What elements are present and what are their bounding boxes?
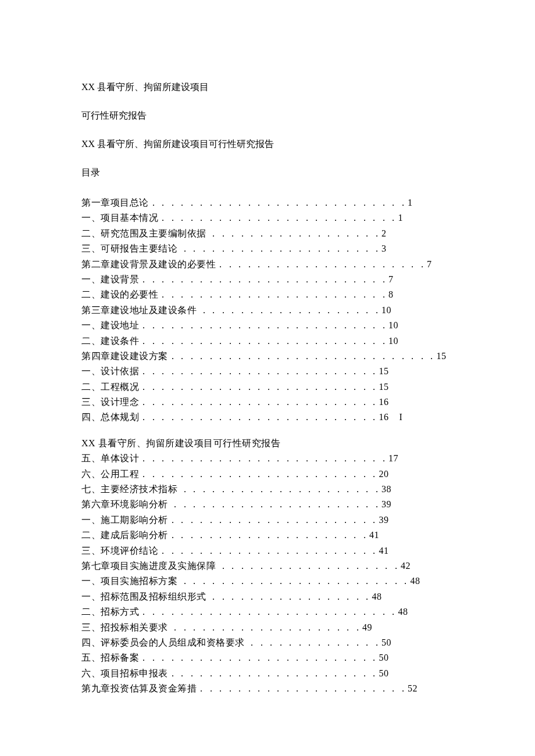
toc-entry-text: 五、招标备案 [81,653,139,662]
toc-dots: ．．．．．．．．．．．．．．．．．．． [219,561,401,571]
toc-entry-text: 六、项目招标申报表 [81,668,168,678]
toc-dots: ．．．．．．．．．．．．．．．．．．．．．．．．． [139,469,379,479]
toc-page-number: 7 [388,274,394,284]
toc-dots: ．．．．．．．．．．．．．．．．．．．．．． [168,668,379,678]
toc-dots: ．．．．．．．．．．．．．．．．．．．．．．．．．． [139,336,388,346]
toc-dots: ．．．．．．．．．．．．．．．．．．．．．．．．．．． [149,198,408,207]
toc-page-number: 10 [388,320,398,330]
toc-entry: 一、招标范围及招标组织形式 ．．．．．．．．．．．．．．．．．48 [81,589,454,604]
toc-entry-text: 第九章投资估算及资金筹措 [81,683,197,693]
toc-entry: 第九章投资估算及资金筹措．．．．．．．．．．．．．．．．．．．．．．52 [81,681,454,696]
toc-page-number: 41 [369,530,379,540]
toc-dots: ．．．．．．．．．．．．．．．．．．．．．． [216,259,427,269]
toc-entry: 第四章建设建设方案．．．．．．．．．．．．．．．．．．．．．．．．．．．．15 [81,349,454,364]
toc-entry-text: 二、建成后影响分析 [81,530,168,540]
toc-entry-text: 一、施工期影响分析 [81,515,168,525]
toc-dots: ．．．．．．．．．．．．．． [247,637,381,647]
report-type: 可行性研究报告 [81,110,454,122]
spacer [81,425,454,436]
toc-page-number: 50 [379,653,389,662]
toc-entry: 一、项目基本情况．．．．．．．．．．．．．．．．．．．．．．．．．1 [81,210,454,225]
toc-dots: ．．．．．．．．．．．．．．．．．．．．．．．． [180,576,411,586]
toc-dots: ．．．．．．．．．．．．．．．．．．． [199,305,382,315]
toc-dots: ．．．．．．．．．．．．．．．．．．．．．．．．．． [139,274,388,284]
toc-entry-text: 第六章环境影响分析 [81,499,170,509]
toc-entry: 四、评标委员会的人员组成和资格要求 ．．．．．．．．．．．．．．50 [81,635,454,650]
toc-entry: 六、公用工程．．．．．．．．．．．．．．．．．．．．．．．．．20 [81,467,454,482]
toc-page-number: 38 [381,484,391,494]
toc-entry: 第七章项目实施进度及实施保障 ．．．．．．．．．．．．．．．．．．．42 [81,558,454,574]
toc-dots: ．．．．．．．．．．．．．．．．．．．．．．．．． [139,653,379,662]
toc-page-number: 1 [398,213,404,223]
toc-dots: ．．．．．．．．．．．．．．．．．．．．．．．．． [139,366,379,376]
toc-dots: ．．．．．．．．．．．．．．．．．．．．．． [197,683,408,693]
toc-entry-text: 四、评标委员会的人员组成和资格要求 [81,637,247,647]
toc-entry-text: 一、建设地址 [81,320,139,330]
toc-entry: 三、招投标相关要求 ．．．．．．．．．．．．．．．．．．．．49 [81,620,454,635]
toc-page-number: 48 [398,607,408,617]
toc-entry-text: 二、研究范围及主要编制依据 [81,228,209,238]
toc-entry: 二、建设条件．．．．．．．．．．．．．．．．．．．．．．．．．．10 [81,334,454,349]
toc-page-number: 52 [408,683,418,693]
toc-entry: 一、项目实施招标方案 ．．．．．．．．．．．．．．．．．．．．．．．．48 [81,574,454,589]
toc-page-number: 39 [379,515,389,525]
toc-entry: 二、工程概况．．．．．．．．．．．．．．．．．．．．．．．．．15 [81,379,454,395]
toc-page-number: 15 [437,351,447,361]
toc-dots: ．．．．．．．．．．．．．．．．．．．．．．．．．．．． [168,351,437,361]
toc-page-number: 20 [379,469,389,479]
toc-page-number: 8 [388,289,394,299]
toc-page-number: 15 [379,382,389,392]
toc-dots: ．．．．．．．．．．．．．．．．．．．．．．．． [158,289,388,299]
toc-section-1: 第一章项目总论．．．．．．．．．．．．．．．．．．．．．．．．．．．1一、项目基… [81,195,454,425]
toc-entry-text: 第二章建设背景及建设的必要性 [81,259,216,269]
toc-page-number: 16 [379,412,389,422]
toc-page-number: 15 [379,366,389,376]
toc-entry: 第六章环境影响分析 ．．．．．．．．．．．．．．．．．．．．．．39 [81,497,454,512]
toc-dots: ．．．．．．．．．．．．．．．．．．．． [170,622,362,632]
toc-dots: ．．．．．．．．．．．．．．．．．．．．．．．．． [139,397,379,407]
toc-entry-text: 一、项目实施招标方案 [81,576,180,586]
toc-page-number: 48 [411,576,420,586]
toc-page-number: 3 [381,243,387,253]
document-page: XX 县看守所、拘留所建设项目 可行性研究报告 XX 县看守所、拘留所建设项目可… [0,0,535,732]
toc-entry: 二、研究范围及主要编制依据 ．．．．．．．．．．．．．．．．．．2 [81,226,454,241]
toc-page-number: 10 [381,305,391,315]
toc-entry: 第一章项目总论．．．．．．．．．．．．．．．．．．．．．．．．．．．1 [81,195,454,210]
toc-dots: ．．．．．．．．．．．．．．．．． [209,592,372,601]
toc-entry-text: 三、招投标相关要求 [81,622,170,632]
toc-entry-text: 一、建设背景 [81,274,139,284]
toc-page-number: 41 [379,546,389,556]
toc-dots: ．．．．．．．．．．．．．．．．．．．．．．．．．． [139,453,388,463]
toc-dots: ．．．．．．．．．．．．．．．．．． [209,228,381,238]
toc-entry-text: 三、环境评价结论 [81,546,158,556]
toc-dots: ．．．．．．．．．．．．．．．．．．．．．．． [158,546,379,556]
toc-entry-text: 三、可研报告主要结论 [81,243,180,253]
toc-entry-text: 四、总体规划 [81,412,139,422]
toc-entry: 四、总体规划．．．．．．．．．．．．．．．．．．．．．．．．．16I [81,410,454,425]
toc-entry: 五、招标备案．．．．．．．．．．．．．．．．．．．．．．．．．50 [81,650,454,665]
toc-dots: ．．．．．．．．．．．．．．．．．．．．．． [170,499,381,509]
toc-entry-text: 第七章项目实施进度及实施保障 [81,561,219,571]
toc-page-number: 17 [388,453,398,463]
toc-page-number: 1 [408,198,413,207]
toc-entry: 一、施工期影响分析．．．．．．．．．．．．．．．．．．．．．．39 [81,513,454,528]
toc-page-number: 39 [381,499,391,509]
full-report-title: XX 县看守所、拘留所建设项目可行性研究报告 [81,138,454,151]
toc-entry-text: 二、招标方式 [81,607,139,617]
toc-page-number: 48 [372,592,382,601]
toc-entry-text: 一、招标范围及招标组织形式 [81,592,209,601]
toc-dots: ．．．．．．．．．．．．．．．．．．．．．．．．． [139,412,379,422]
toc-dots: ．．．．．．．．．．．．．．．．．．．．．． [168,515,379,525]
toc-dots: ．．．．．．．．．．．．．．．．．．．．．．．．．． [139,320,388,330]
toc-entry-text: 一、项目基本情况 [81,213,158,223]
toc-dots: ．．．．．．．．．．．．．．．．．．．．．．．．． [158,213,398,223]
toc-entry-text: 第一章项目总论 [81,198,149,207]
toc-entry-text: 二、建设的必要性 [81,289,158,299]
toc-entry: 一、建设地址．．．．．．．．．．．．．．．．．．．．．．．．．．10 [81,318,454,333]
toc-extra-marker: I [400,412,403,422]
toc-page-number: 50 [379,668,389,678]
toc-entry-text: 六、公用工程 [81,469,139,479]
toc-entry: 五、单体设计．．．．．．．．．．．．．．．．．．．．．．．．．．17 [81,451,454,466]
toc-entry-text: 第四章建设建设方案 [81,351,168,361]
toc-dots: ．．．．．．．．．．．．．．．．．．．．． [180,243,382,253]
